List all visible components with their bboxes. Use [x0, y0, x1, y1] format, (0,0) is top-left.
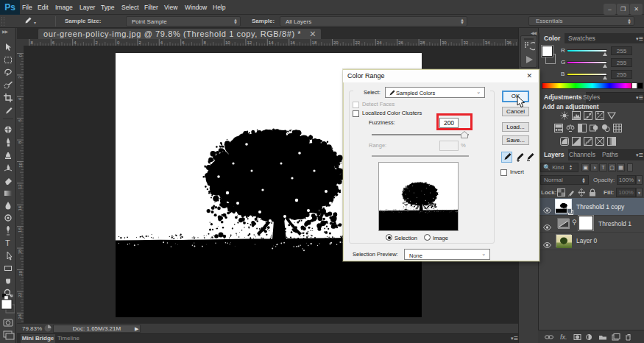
- svg-text:fx.: fx.: [560, 333, 567, 341]
- svg-text:T: T: [5, 238, 10, 247]
